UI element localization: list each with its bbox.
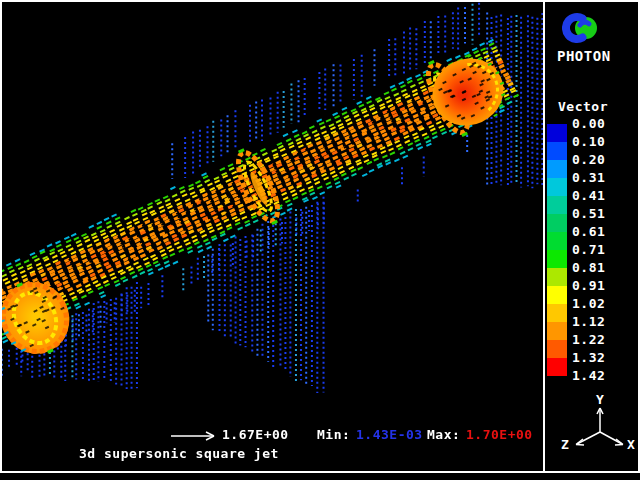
axis-x-label: X (627, 437, 635, 452)
legend-color-swatch (547, 214, 567, 232)
frame-bottom (0, 471, 640, 473)
legend-tick-label: 1.42 (572, 368, 605, 384)
max-label: Max: (427, 427, 460, 442)
max-value: 1.70E+00 (466, 427, 533, 442)
photon-window: 1.67E+00 Min: 1.43E-03 Max: 1.70E+00 3d … (0, 0, 640, 480)
legend-color-swatch (547, 196, 567, 214)
legend-tick-label: 1.32 (572, 350, 605, 366)
axis-z-label: Z (561, 437, 569, 452)
legend-tick-label: 0.51 (572, 206, 605, 222)
frame-left (0, 0, 2, 472)
axes-triad-icon: Y Z X (552, 392, 636, 456)
min-value: 1.43E-03 (356, 427, 423, 442)
legend-color-swatch (547, 286, 567, 304)
legend-color-swatch (547, 250, 567, 268)
legend-tick-label: 1.02 (572, 296, 605, 312)
legend-tick-label: 1.12 (572, 314, 605, 330)
legend-tick-label: 0.20 (572, 152, 605, 168)
legend-color-swatch (547, 304, 567, 322)
legend-color-swatch (547, 358, 567, 376)
legend-color-swatch (547, 124, 567, 142)
vector-plot-canvas (2, 2, 543, 471)
legend-tick-label: 0.91 (572, 278, 605, 294)
reference-vector-arrow-icon (170, 429, 218, 441)
legend-color-swatch (547, 142, 567, 160)
legend-color-swatch (547, 322, 567, 340)
legend-tick-label: 0.81 (572, 260, 605, 276)
legend-tick-label: 0.31 (572, 170, 605, 186)
legend-color-swatch (547, 340, 567, 358)
legend-tick-label: 0.61 (572, 224, 605, 240)
legend-color-swatch (547, 232, 567, 250)
legend-tick-label: 0.00 (572, 116, 605, 132)
legend-tick-label: 1.22 (572, 332, 605, 348)
min-label: Min: (317, 427, 350, 442)
axis-y-label: Y (596, 392, 604, 407)
legend-tick-label: 0.10 (572, 134, 605, 150)
legend-tick-label: 0.41 (572, 188, 605, 204)
legend-color-swatch (547, 268, 567, 286)
panel-divider (543, 2, 545, 471)
plot-title: 3d supersonic square jet (79, 446, 279, 461)
legend-color-swatch (547, 160, 567, 178)
legend-color-swatch (547, 178, 567, 196)
reference-vector-value: 1.67E+00 (222, 427, 289, 442)
legend-tick-label: 0.71 (572, 242, 605, 258)
